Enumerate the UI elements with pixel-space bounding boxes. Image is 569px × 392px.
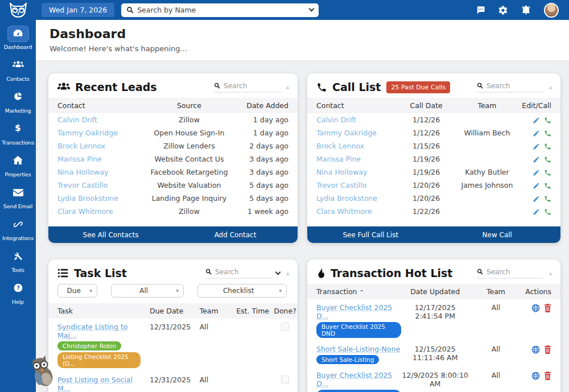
due-filter-select[interactable]: Due▾	[57, 284, 97, 298]
lead-contact-link[interactable]: Trevor Castillo	[57, 181, 108, 189]
lead-contact-link[interactable]: Clara Whitmore	[57, 207, 113, 216]
chevron-down-icon[interactable]	[275, 270, 281, 275]
call-button[interactable]	[544, 169, 551, 176]
resize-handle-icon[interactable]: ▲	[286, 84, 290, 90]
checklist-filter-select[interactable]: Checklist▾	[197, 284, 287, 298]
edit-call-button[interactable]	[533, 130, 540, 137]
edit-call-button[interactable]	[533, 117, 540, 124]
transaction-pill: Buyer Checklist 2025 DND	[316, 390, 401, 392]
task-done-checkbox[interactable]	[281, 323, 289, 331]
web-view-button[interactable]	[531, 372, 540, 380]
lead-contact-link[interactable]: Tammy Oakridge	[57, 129, 118, 137]
lead-contact-link[interactable]: Lydia Brookstone	[57, 194, 118, 203]
user-avatar[interactable]	[544, 3, 559, 18]
call-contact-link[interactable]: Tammy Oakridge	[316, 129, 377, 137]
column-header: Contact	[307, 98, 398, 113]
web-view-button[interactable]	[531, 345, 540, 354]
edit-call-button[interactable]	[533, 208, 540, 216]
delete-transaction-button[interactable]	[544, 372, 551, 380]
call-button[interactable]	[544, 130, 551, 137]
hot-list-search-input[interactable]: Search	[477, 268, 544, 279]
sidebar-item-label: Transactions	[2, 139, 34, 146]
lead-contact-link[interactable]: Calvin Drift	[57, 115, 97, 124]
sidebar-item-label: Properties	[5, 171, 31, 178]
sidebar-item-marketing[interactable]: Marketing	[5, 89, 31, 114]
search-icon	[126, 6, 134, 14]
sort-asc-icon: ⌃	[360, 289, 364, 295]
sidebar-item-help[interactable]: ?Help	[7, 280, 29, 305]
resize-handle-icon[interactable]: ▲	[549, 84, 552, 90]
sidebar-item-send-email[interactable]: Send Email	[3, 185, 32, 209]
lead-row: Trevor CastilloWebsite Valuation5 days a…	[48, 179, 298, 192]
page-header: Dashboard Welcome! Here's what's happeni…	[36, 20, 569, 61]
call-contact-link[interactable]: Clara Whitmore	[316, 207, 372, 216]
lead-contact-link[interactable]: Brock Lennox	[57, 142, 105, 150]
edit-call-button[interactable]	[533, 182, 540, 189]
task-list-search-input[interactable]: Search	[205, 268, 273, 279]
call-button[interactable]	[544, 195, 551, 203]
call-contact-link[interactable]: Nina Holloway	[316, 168, 367, 176]
call-contact-link[interactable]: Trevor Castillo	[316, 181, 366, 189]
resize-handle-icon[interactable]: ▲	[286, 270, 290, 276]
resize-handle-icon[interactable]: ▲	[549, 270, 552, 276]
notifications-button[interactable]	[521, 5, 531, 15]
call-team	[454, 113, 520, 126]
call-button[interactable]	[544, 156, 551, 163]
edit-call-button[interactable]	[533, 143, 540, 150]
call-button[interactable]	[544, 117, 551, 124]
transaction-row: Short Sale-Listing-NoneShort Sale-Listin…	[307, 341, 560, 367]
column-header: Date Added	[235, 98, 298, 113]
call-team: William Bech	[454, 126, 520, 139]
task-link[interactable]: Syndicate Listing to Maj...	[57, 323, 141, 340]
call-button[interactable]	[544, 208, 551, 216]
sidebar-item-tools[interactable]: Tools	[7, 249, 29, 273]
page-title: Dashboard	[50, 27, 555, 41]
lead-source: Landing Page Inquiry	[143, 192, 235, 205]
delete-transaction-button[interactable]	[544, 304, 551, 312]
global-search-input[interactable]: Search by Name	[121, 3, 319, 17]
transaction-link[interactable]: Buyer Checklist 2025 D...	[316, 371, 401, 388]
team-filter-select[interactable]: All▾	[111, 284, 184, 298]
call-date: 1/19/26	[398, 166, 454, 179]
add-contact-button[interactable]: Add Contact	[173, 226, 298, 243]
task-link[interactable]: Post Listing on Social M...	[57, 376, 141, 392]
settings-button[interactable]	[498, 5, 508, 15]
sidebar-item-contacts[interactable]: Contacts	[6, 57, 29, 82]
lead-contact-link[interactable]: Nina Holloway	[57, 168, 108, 176]
call-contact-link[interactable]: Brock Lennox	[316, 142, 364, 150]
call-contact-link[interactable]: Lydia Brookstone	[316, 194, 377, 203]
call-list-search-input[interactable]: Search	[477, 82, 544, 93]
bell-icon	[521, 5, 531, 15]
web-view-button[interactable]	[531, 304, 540, 312]
lead-contact-link[interactable]: Marissa Pine	[57, 155, 102, 163]
sort-column-header-transaction[interactable]: Transaction⌃	[307, 284, 401, 299]
recent-leads-search-input[interactable]: Search	[214, 82, 281, 93]
chat-button[interactable]	[476, 5, 485, 15]
edit-call-button[interactable]	[533, 195, 540, 203]
lead-date-added: 1 day ago	[235, 113, 298, 126]
edit-call-button[interactable]	[533, 169, 540, 176]
sidebar-item-transactions[interactable]: $Transactions	[2, 121, 34, 146]
transaction-link[interactable]: Short Sale-Listing-None	[316, 345, 400, 353]
see-all-contacts-button[interactable]: See All Contacts	[48, 226, 173, 243]
new-call-button[interactable]: New Call	[434, 226, 561, 243]
task-done-checkbox[interactable]	[281, 376, 289, 383]
app-logo[interactable]	[0, 2, 36, 18]
call-date: 1/22/26	[398, 205, 454, 218]
transaction-link[interactable]: Buyer Checklist 2025 D...	[316, 303, 401, 320]
sidebar-item-dashboard[interactable]: Dashboard	[4, 26, 32, 50]
edit-call-button[interactable]	[533, 156, 540, 163]
call-date: 1/12/26	[398, 113, 454, 126]
call-contact-link[interactable]: Marissa Pine	[316, 155, 361, 163]
sidebar-item-integrations[interactable]: Integrations	[2, 217, 34, 241]
delete-transaction-button[interactable]	[544, 345, 551, 354]
call-list-footer: See Full Call List New Call	[307, 226, 560, 243]
date-button[interactable]: Wed Jan 7, 2026	[42, 3, 114, 17]
call-list-title: Call List	[316, 81, 381, 93]
task-est-time	[233, 372, 273, 392]
call-button[interactable]	[544, 182, 551, 189]
call-contact-link[interactable]: Calvin Drift	[316, 115, 356, 124]
see-full-call-list-button[interactable]: See Full Call List	[307, 226, 434, 243]
call-button[interactable]	[544, 143, 551, 150]
sidebar-item-properties[interactable]: Properties	[5, 153, 31, 178]
